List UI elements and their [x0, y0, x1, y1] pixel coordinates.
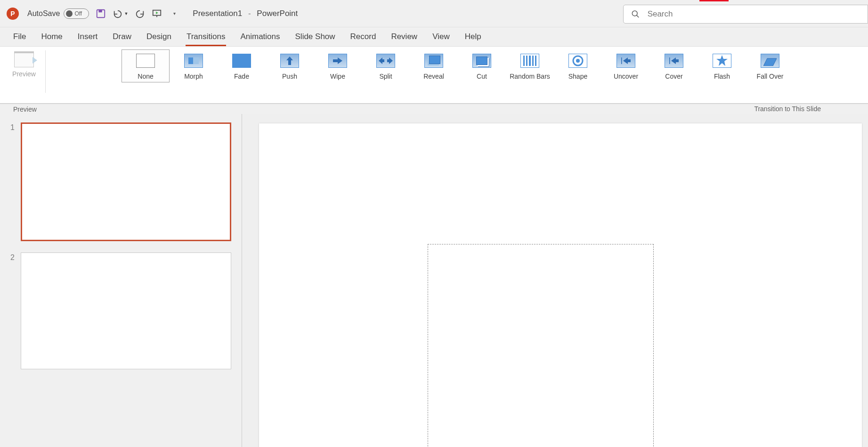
tab-file[interactable]: File: [6, 28, 33, 46]
transition-wipe[interactable]: Wipe: [314, 49, 362, 82]
transition-label: Wipe: [330, 73, 345, 80]
transition-label: Cut: [477, 73, 487, 80]
transition-push[interactable]: Push: [266, 49, 314, 82]
transition-gallery: None Morph Fade Push: [122, 49, 794, 82]
svg-point-13: [576, 59, 580, 63]
undo-button[interactable]: ▼: [113, 8, 128, 19]
svg-rect-10: [532, 56, 534, 66]
tab-view[interactable]: View: [425, 28, 457, 46]
transition-cut[interactable]: Cut: [458, 49, 506, 82]
group-transition-gallery: None Morph Fade Push: [48, 49, 868, 103]
present-icon[interactable]: [152, 8, 162, 19]
tab-help[interactable]: Help: [457, 28, 489, 46]
content-placeholder[interactable]: [428, 244, 654, 447]
doc-name: Presentation1: [193, 9, 242, 18]
tab-label: Transitions: [187, 32, 226, 41]
tab-label: View: [432, 32, 450, 41]
transition-thumb-icon: [761, 54, 779, 68]
transition-thumb-icon: [232, 54, 251, 68]
transition-morph[interactable]: Morph: [170, 49, 218, 82]
tab-review[interactable]: Review: [383, 28, 425, 46]
transition-reveal[interactable]: Reveal: [410, 49, 458, 82]
transition-label: Push: [282, 73, 297, 80]
quick-access-toolbar: ▼ ▾: [96, 8, 176, 19]
tab-label: Insert: [78, 32, 98, 41]
thumbnail-number: 1: [10, 122, 21, 132]
search-icon: [631, 9, 640, 19]
transition-flash[interactable]: Flash: [698, 49, 746, 82]
transition-label: Fall Over: [757, 73, 784, 80]
slide-editor-area[interactable]: [242, 114, 868, 447]
autosave-state: Off: [74, 10, 82, 17]
transition-none[interactable]: None: [122, 49, 170, 82]
chevron-down-icon: ▼: [124, 11, 128, 16]
slide-thumbnail-pane[interactable]: 1 2: [0, 114, 242, 447]
transition-label: Split: [379, 73, 392, 80]
tab-insert[interactable]: Insert: [70, 28, 105, 46]
transition-thumb-icon: [713, 54, 731, 68]
transition-fall-over[interactable]: Fall Over: [746, 49, 794, 82]
svg-marker-16: [716, 55, 728, 66]
qat-more-icon[interactable]: ▾: [173, 11, 176, 16]
svg-rect-9: [529, 56, 531, 66]
svg-point-4: [632, 11, 637, 16]
tab-draw[interactable]: Draw: [105, 28, 139, 46]
svg-rect-7: [523, 56, 525, 66]
search-box[interactable]: [623, 5, 868, 24]
undo-icon: [113, 8, 123, 19]
transition-label: None: [138, 73, 153, 80]
document-title: Presentation1 - PowerPoint: [193, 9, 298, 18]
thumbnail-row: 2: [10, 252, 231, 369]
transition-uncover[interactable]: Uncover: [602, 49, 650, 82]
search-input[interactable]: [648, 9, 868, 19]
tab-design[interactable]: Design: [139, 28, 179, 46]
redo-icon[interactable]: [135, 8, 145, 19]
tab-label: Draw: [113, 32, 131, 41]
transition-random-bars[interactable]: Random Bars: [506, 49, 554, 82]
transition-thumb-icon: [184, 54, 203, 68]
tab-label: Home: [41, 32, 62, 41]
tab-slide-show[interactable]: Slide Show: [288, 28, 343, 46]
tab-transitions[interactable]: Transitions: [179, 28, 233, 46]
ribbon: Preview None Morph Fade: [0, 46, 868, 104]
slide-canvas[interactable]: [259, 123, 862, 447]
tab-label: File: [13, 32, 26, 41]
svg-rect-8: [526, 56, 527, 66]
ribbon-group-labels: Preview Transition to This Slide: [0, 104, 868, 114]
transition-split[interactable]: Split: [362, 49, 410, 82]
transition-label: Uncover: [614, 73, 638, 80]
transition-label: Reveal: [423, 73, 444, 80]
transition-thumb-icon: [617, 54, 635, 68]
transition-thumb-icon: [280, 54, 299, 68]
transition-cover[interactable]: Cover: [650, 49, 698, 82]
svg-rect-1: [99, 9, 102, 12]
tab-record[interactable]: Record: [343, 28, 384, 46]
tab-label: Design: [146, 32, 171, 41]
autosave-label: AutoSave: [27, 9, 60, 18]
transition-thumb-icon: [665, 54, 683, 68]
app-icon-letter: P: [10, 10, 15, 17]
transition-thumb-icon: [136, 54, 155, 68]
transition-shape[interactable]: Shape: [554, 49, 602, 82]
thumbnail-number: 2: [10, 252, 21, 262]
group-preview-label: Preview: [13, 106, 37, 113]
transition-thumb-icon: [328, 54, 347, 68]
tab-label: Review: [391, 32, 417, 41]
tab-animations[interactable]: Animations: [233, 28, 287, 46]
transition-thumb-icon: [376, 54, 395, 68]
app-name: PowerPoint: [257, 9, 298, 18]
transition-label: Cover: [665, 73, 682, 80]
slide-thumbnail-2[interactable]: [21, 252, 231, 369]
save-icon[interactable]: [96, 8, 106, 19]
tab-home[interactable]: Home: [33, 28, 70, 46]
preview-button[interactable]: Preview: [7, 49, 41, 78]
tab-label: Animations: [240, 32, 280, 41]
transition-thumb-icon: [424, 54, 443, 68]
transition-fade[interactable]: Fade: [218, 49, 266, 82]
transition-label: Random Bars: [510, 73, 550, 80]
autosave-toggle[interactable]: Off: [64, 8, 89, 19]
slide-thumbnail-1[interactable]: [21, 122, 231, 241]
app-icon[interactable]: P: [7, 8, 19, 20]
group-transition-label: Transition to This Slide: [754, 105, 821, 113]
svg-marker-17: [763, 58, 777, 66]
